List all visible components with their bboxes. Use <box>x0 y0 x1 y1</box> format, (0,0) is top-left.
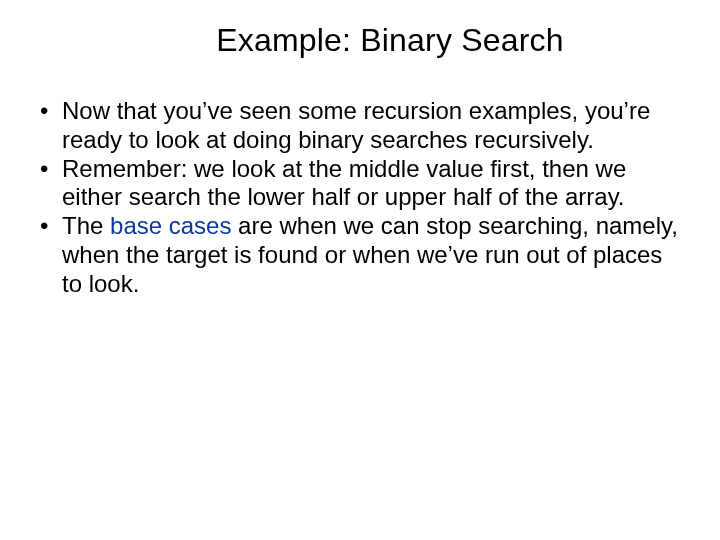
bullet-list: Now that you’ve seen some recursion exam… <box>34 97 686 299</box>
bullet-text-pre: The <box>62 212 110 239</box>
bullet-text: Now that you’ve seen some recursion exam… <box>62 97 650 153</box>
list-item: Remember: we look at the middle value fi… <box>34 155 686 213</box>
list-item: Now that you’ve seen some recursion exam… <box>34 97 686 155</box>
bullet-text-emphasis: base cases <box>110 212 231 239</box>
list-item: The base cases are when we can stop sear… <box>34 212 686 298</box>
slide-title: Example: Binary Search <box>34 22 686 59</box>
bullet-text: Remember: we look at the middle value fi… <box>62 155 626 211</box>
slide: Example: Binary Search Now that you’ve s… <box>0 0 720 540</box>
